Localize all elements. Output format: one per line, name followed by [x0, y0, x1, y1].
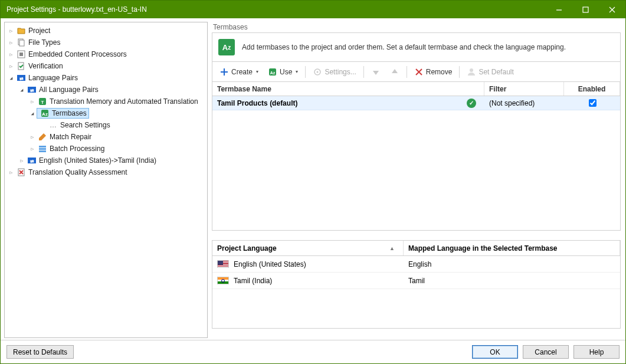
tree-item-en-tamil[interactable]: ⇄ English (United States)->Tamil (India) [5, 155, 207, 166]
toolbar-separator [363, 66, 364, 78]
svg-text:⇄: ⇄ [30, 159, 34, 164]
batch-icon [38, 144, 47, 153]
enabled-checkbox[interactable] [589, 99, 596, 107]
mapped-language-cell[interactable]: English [404, 256, 620, 272]
expand-icon[interactable] [28, 145, 37, 153]
toolbar-separator [459, 66, 460, 78]
project-language: English (United States) [234, 260, 306, 268]
titlebar: Project Settings - butterlowy.txt_en-US_… [1, 1, 625, 18]
tree-label: Translation Quality Assessment [28, 168, 127, 176]
create-label: Create [231, 68, 253, 76]
tree-label: Termbases [52, 109, 87, 117]
grid-header: Termbase Name Filter Enabled [212, 82, 620, 96]
maximize-button[interactable] [572, 1, 599, 18]
info-text: Add termbases to the project and order t… [242, 43, 566, 51]
filter-cell[interactable]: (Not specified) [484, 96, 564, 110]
tree-label: Language Pairs [28, 74, 78, 82]
expand-icon[interactable] [28, 133, 37, 141]
match-repair-icon [38, 132, 47, 142]
dropdown-caret-icon: ▾ [296, 69, 298, 74]
col-project-language[interactable]: Project Language ▲ [212, 241, 404, 255]
collapse-icon[interactable] [7, 74, 15, 82]
tree-item-all-language-pairs[interactable]: ⇄ All Language Pairs [5, 84, 207, 96]
language-mapping-grid[interactable]: Project Language ▲ Mapped Language in th… [212, 240, 621, 329]
termbase-row[interactable]: Tamil Products (default) (Not specified) [212, 96, 620, 110]
settings-button[interactable]: Settings... [309, 65, 359, 78]
col-mapped-language[interactable]: Mapped Language in the Selected Termbase [404, 241, 620, 255]
flag-in-icon [217, 277, 229, 284]
col-termbase-name[interactable]: Termbase Name [212, 82, 484, 96]
tree-item-verification[interactable]: Verification [5, 60, 207, 72]
tree-item-language-pairs[interactable]: ⇄ Language Pairs [5, 72, 207, 84]
move-down-button[interactable] [368, 65, 384, 78]
remove-button[interactable]: Remove [411, 65, 456, 78]
embedded-icon [17, 50, 26, 59]
use-label: Use [280, 68, 292, 76]
ok-button[interactable]: OK [472, 345, 518, 359]
tree-item-tm[interactable]: T Translation Memory and Automated Trans… [5, 96, 207, 107]
tree-item-match-repair[interactable]: Match Repair [5, 131, 207, 143]
svg-rect-8 [18, 63, 24, 70]
svg-rect-5 [19, 40, 24, 46]
termbase-name-cell: Tamil Products (default) [212, 96, 484, 110]
window-title: Project Settings - butterlowy.txt_en-US_… [6, 5, 546, 14]
mapping-header: Project Language ▲ Mapped Language in th… [212, 241, 620, 256]
mapping-row[interactable]: Tamil (India) Tamil [212, 273, 620, 289]
tm-icon: T [38, 97, 47, 106]
collapse-icon[interactable] [28, 109, 37, 117]
cancel-button[interactable]: Cancel [523, 345, 569, 359]
reset-to-defaults-button[interactable]: Reset to Defaults [6, 345, 74, 359]
tree-label: Batch Processing [50, 145, 104, 153]
expand-icon[interactable] [7, 38, 15, 47]
help-button[interactable]: Help [573, 345, 620, 359]
tree-item-search-settings[interactable]: … Search Settings [5, 119, 207, 131]
svg-text:⇄: ⇄ [30, 88, 34, 93]
expand-icon[interactable] [7, 50, 15, 58]
language-pairs-icon: ⇄ [17, 73, 26, 83]
tree-label: English (United States)->Tamil (India) [39, 156, 156, 165]
mapped-language-cell[interactable]: Tamil [404, 273, 620, 288]
tree-label: Search Settings [60, 121, 110, 129]
move-up-button[interactable] [386, 65, 403, 78]
use-button[interactable]: Az Use ▾ [264, 65, 301, 78]
tree-item-embedded[interactable]: Embedded Content Processors [5, 48, 207, 60]
tree-item-file-types[interactable]: File Types [5, 37, 207, 48]
tree-item-termbases[interactable]: Az Termbases [5, 107, 207, 119]
tree-label: All Language Pairs [39, 86, 99, 94]
flag-us-icon [217, 260, 229, 268]
project-settings-window: Project Settings - butterlowy.txt_en-US_… [0, 0, 626, 364]
close-button[interactable] [599, 1, 625, 18]
expand-icon[interactable] [7, 27, 15, 35]
col-filter[interactable]: Filter [484, 82, 564, 96]
dash-icon: … [48, 120, 58, 130]
expand-icon[interactable] [7, 168, 15, 176]
svg-rect-17 [39, 146, 46, 147]
project-language: Tamil (India) [234, 277, 272, 285]
info-row: Az Add termbases to the project and orde… [212, 32, 621, 62]
tree-label: Verification [28, 62, 63, 70]
svg-rect-18 [39, 148, 46, 150]
expand-icon[interactable] [28, 97, 37, 106]
collapse-icon[interactable] [18, 86, 26, 94]
tree-label: Match Repair [50, 133, 91, 141]
col-label: Project Language [217, 244, 277, 252]
settings-tree[interactable]: Project File Types Embedded Content Proc… [4, 22, 208, 338]
svg-rect-1 [583, 7, 588, 12]
toolbar-separator [305, 66, 306, 78]
expand-icon[interactable] [7, 62, 15, 70]
sort-asc-icon: ▲ [389, 245, 395, 251]
svg-text:T: T [41, 100, 44, 105]
tree-item-batch-processing[interactable]: Batch Processing [5, 143, 207, 155]
tree-item-tqa[interactable]: Translation Quality Assessment [5, 166, 207, 178]
minimize-button[interactable] [546, 1, 572, 18]
mapping-row[interactable]: English (United States) English [212, 256, 620, 273]
col-enabled[interactable]: Enabled [564, 82, 620, 96]
tree-label: Translation Memory and Automated Transla… [50, 97, 198, 106]
expand-icon[interactable] [18, 156, 26, 165]
tree-item-project[interactable]: Project [5, 25, 207, 37]
tree-label: File Types [28, 38, 60, 47]
termbase-toolbar: Create ▾ Az Use ▾ Settings... [212, 62, 621, 82]
set-default-button[interactable]: Set Default [463, 65, 517, 78]
termbase-grid[interactable]: Termbase Name Filter Enabled Tamil Produ… [212, 82, 621, 231]
create-button[interactable]: Create ▾ [216, 65, 262, 78]
